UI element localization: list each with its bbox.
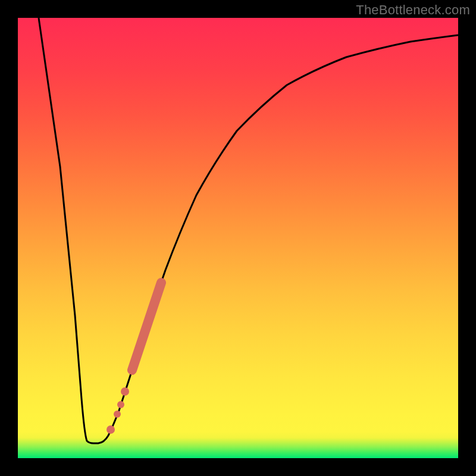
plot-area [18,18,458,458]
highlight-dot [107,425,115,434]
bottleneck-curve [39,18,458,443]
highlight-dot [117,401,124,408]
highlight-segment [132,283,161,370]
watermark-label: TheBottleneck.com [356,2,470,18]
highlight-dot [121,387,129,396]
chart-svg [18,18,458,458]
chart-frame: TheBottleneck.com [0,0,476,476]
highlight-dot [114,411,121,418]
